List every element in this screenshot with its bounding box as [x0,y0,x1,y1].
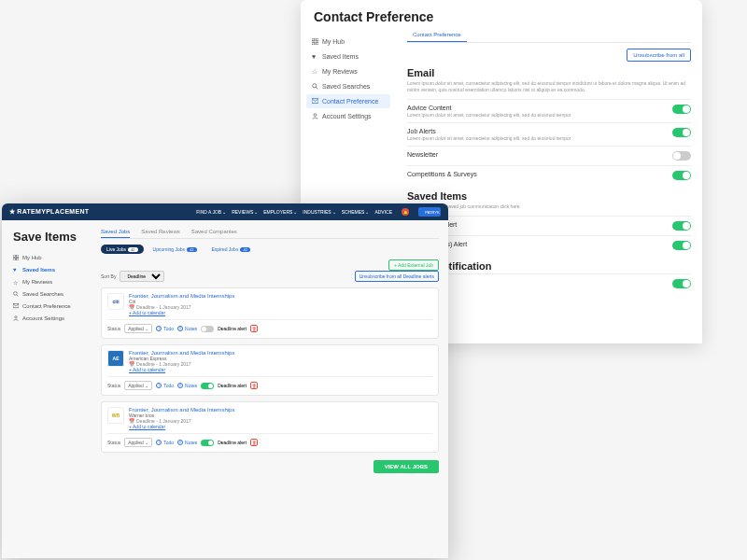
deadline-alert-label: Deadline alert [218,440,247,445]
sidebar-item-label: My Reviews [322,68,358,75]
search-icon [13,291,19,297]
section-heading-push: Push Notification [407,260,691,272]
toggle-job-alerts[interactable] [672,128,691,137]
section-desc: Lorem ipsum dolor sit amet, consectetur … [407,80,691,93]
svg-rect-10 [13,259,15,260]
notes-chip[interactable]: 0Notes [177,383,197,388]
view-all-jobs-button[interactable]: VIEW ALL JOBS [374,460,439,473]
pref-row-competitions: Competitions & Surveys [407,165,691,185]
star-icon: ☆ [312,68,318,75]
deadline-alert-toggle[interactable] [201,326,214,332]
tab-saved-reviews[interactable]: Saved Reviews [141,226,179,238]
add-to-calendar-link[interactable]: + Add to calendar [129,310,234,315]
pill-upcoming-jobs[interactable]: Upcoming Jobs42 [148,245,203,254]
status-select[interactable]: Applied ⌄ [124,324,152,333]
deadline-alert-toggle[interactable] [201,440,214,446]
svg-rect-1 [316,38,318,41]
unsubscribe-all-button[interactable]: Unsubscribe from all [627,49,691,62]
todo-chip[interactable]: 1Todo [156,440,174,445]
add-external-job-button[interactable]: + Add External Job [388,259,439,271]
sidebar-item-saved-items[interactable]: ♥Saved Items [306,49,390,63]
sidebar-item-my-hub[interactable]: My Hub [306,35,390,49]
sort-select[interactable]: Deadline [120,271,164,282]
search-icon [312,83,318,90]
sidebar-item-saved-searches[interactable]: Saved Searches [7,288,86,300]
save-items-window: ★RATEMYPLACEMENT FIND A JOB ⌄ REVIEWS ⌄ … [2,203,448,558]
status-select[interactable]: Applied ⌄ [124,381,152,390]
sidebar-item-label: My Hub [322,38,345,45]
sidebar-item-saved-searches[interactable]: Saved Searches [306,79,390,93]
sidebar-item-label: Saved Searches [22,291,63,297]
delete-button[interactable]: 🗑 [250,325,258,332]
status-select[interactable]: Applied ⌄ [124,438,152,447]
nav-reviews[interactable]: REVIEWS ⌄ [232,209,258,215]
sidebar-item-my-reviews[interactable]: ☆My Reviews [7,276,86,287]
grid-icon [312,38,318,45]
todo-chip[interactable]: 1Todo [156,326,174,331]
delete-button[interactable]: 🗑 [250,382,258,389]
unsubscribe-deadlines-button[interactable]: Unsubscribe from all Deadline alerts [355,271,439,282]
section-desc: Manage individual saved job communicatio… [407,203,691,210]
notes-chip[interactable]: 0Notes [177,326,197,331]
add-to-calendar-link[interactable]: + Add to calendar [129,367,234,372]
status-label: Status [107,440,120,445]
sidebar-item-my-reviews[interactable]: ☆My Reviews [306,64,390,78]
sidebar-item-account-settings[interactable]: Account Settings [306,109,390,123]
pref-row-save-jobs: Save Job(s) Alert [407,216,691,235]
job-filter-pills: Live Jobs42 Upcoming Jobs42 Expired Jobs… [101,245,439,254]
sidebar-item-label: Saved Items [322,53,359,60]
sidebar-item-label: My Hub [22,255,42,260]
star-icon: ☆ [13,279,19,285]
trash-icon: 🗑 [252,383,257,388]
toggle-push-job[interactable] [672,279,691,288]
job-title[interactable]: Frontier, Journalism and Media Internshi… [129,293,234,299]
svg-line-5 [316,87,317,89]
nav-industries[interactable]: INDUSTRIES ⌄ [303,209,335,215]
toggle-newsletter[interactable] [672,151,691,161]
nav-advice[interactable]: ADVICE [374,209,392,215]
delete-button[interactable]: 🗑 [250,439,258,446]
toggle-save-jobs[interactable] [672,221,691,231]
company-logo-icon: citi [107,293,124,310]
brand-logo[interactable]: ★RATEMYPLACEMENT [9,208,89,216]
count-dot: 1 [156,440,162,445]
tab-contact-preference[interactable]: Contact Preference [407,28,467,42]
status-label: Status [107,383,120,388]
pref-row-advice: Advice ContentLorem ipsum dolor sit amet… [407,99,691,122]
notification-bell-icon[interactable]: 🔔 [402,208,409,216]
nav-links: FIND A JOB ⌄ REVIEWS ⌄ EMPLOYERS ⌄ INDUS… [196,207,441,217]
nav-find-job[interactable]: FIND A JOB ⌄ [196,209,226,215]
pref-row-job-alerts: Job AlertsLorem ipsum dolor sit amet, co… [407,122,691,146]
nav-employers[interactable]: EMPLOYERS ⌄ [263,209,297,215]
svg-rect-0 [312,38,315,41]
sidebar-item-saved-items[interactable]: ♥Saved Items [7,264,86,275]
pref-row-newsletter: Newsletter [407,146,691,165]
tab-saved-companies[interactable]: Saved Companies [191,226,237,238]
count-dot: 0 [177,326,183,331]
notes-chip[interactable]: 0Notes [177,440,197,445]
pref-label: Advice Content [407,105,451,111]
toggle-competitions[interactable] [672,171,691,180]
nav-schemes[interactable]: SCHEMES ⌄ [342,209,370,215]
sidebar-item-contact-preference[interactable]: Contact Preference [306,94,390,108]
pref-label: Job Alerts [407,128,436,134]
profile-button[interactable]: 👤 PATRYK [418,207,441,217]
pill-expired-jobs[interactable]: Expired Jobs42 [206,245,256,254]
count-badge: 42 [187,247,196,252]
toggle-advice[interactable] [672,105,691,114]
todo-chip[interactable]: 1Todo [156,383,174,388]
sidebar-item-contact-preference[interactable]: Contact Preference [7,301,86,312]
tab-saved-jobs[interactable]: Saved Jobs [101,226,130,238]
toggle-save-search[interactable] [672,241,691,250]
sidebar-item-account-settings[interactable]: Account Settings [7,313,86,324]
svg-rect-2 [312,42,315,45]
deadline-alert-toggle[interactable] [201,383,214,389]
company-logo-icon: WB [107,407,124,424]
pill-live-jobs[interactable]: Live Jobs42 [101,245,144,254]
svg-point-7 [314,114,317,117]
pref-label: Competitions & Surveys [407,171,477,177]
sidebar-item-my-hub[interactable]: My Hub [7,252,86,263]
count-dot: 1 [156,383,162,388]
mail-icon [13,303,19,309]
add-to-calendar-link[interactable]: + Add to calendar [129,424,234,429]
